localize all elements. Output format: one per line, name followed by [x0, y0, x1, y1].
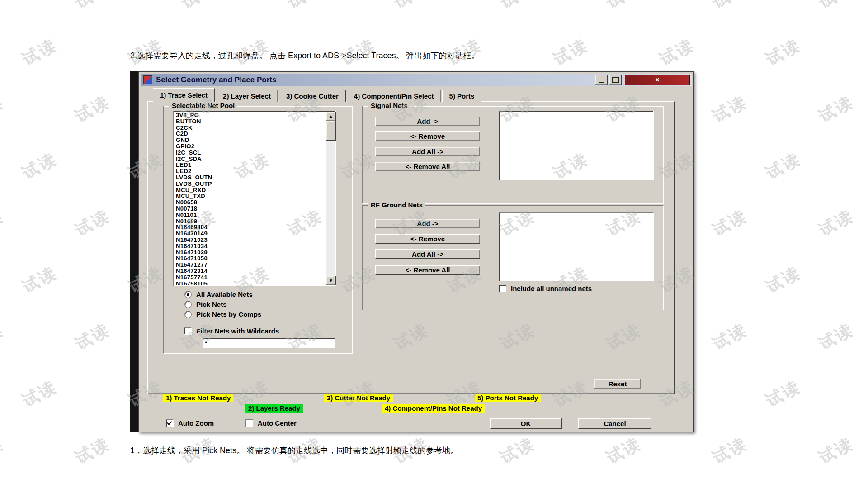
watermark-text: 试读: [0, 91, 8, 127]
watermark-text: 试读: [19, 375, 61, 412]
watermark-text: 试读: [603, 0, 645, 14]
scroll-up-button[interactable]: ▲: [326, 112, 336, 121]
net-item[interactable]: N16471050: [175, 255, 326, 262]
net-pool-scrollbar[interactable]: ▲ ▼: [326, 112, 335, 285]
wildcard-input[interactable]: [203, 338, 335, 348]
radio-label: Pick Nets by Comps: [196, 310, 261, 318]
net-item[interactable]: N00718: [175, 206, 326, 212]
status-layers: 2) Layers Ready: [245, 404, 303, 413]
net-item[interactable]: N01101: [175, 212, 326, 218]
net-item[interactable]: LVDS_OUTN: [175, 174, 326, 181]
net-pool-list[interactable]: 3V8_PGBUTTONC2CKC2DGNDGPIO2I2C_SCLI2C_SD…: [173, 111, 336, 286]
watermark-text: 试读: [19, 262, 61, 298]
net-item[interactable]: MCU_RXD: [175, 187, 326, 193]
watermark-text: 试读: [71, 0, 114, 14]
net-item[interactable]: I2C_SDA: [175, 156, 326, 162]
net-item[interactable]: N16469804: [175, 224, 326, 230]
radio-label: All Available Nets: [196, 291, 253, 298]
net-item[interactable]: N16757741: [175, 274, 326, 281]
scroll-down-button[interactable]: ▼: [326, 276, 336, 285]
minimize-icon: [599, 82, 604, 83]
rf-remove-button[interactable]: <- Remove: [375, 234, 480, 244]
intro-text: 2,选择需要导入的走线，过孔和焊盘。 点击 Export to ADS->Sel…: [130, 50, 747, 61]
close-icon: ×: [655, 76, 659, 84]
watermark-text: 试读: [71, 432, 114, 469]
checkbox-indicator: [245, 419, 253, 427]
ok-button[interactable]: OK: [490, 418, 561, 429]
signal-add-button[interactable]: Add ->: [375, 117, 480, 126]
radio-all-available-nets[interactable]: All Available Nets: [184, 291, 253, 298]
net-item[interactable]: N01689: [175, 218, 326, 225]
net-item[interactable]: N16471039: [175, 249, 326, 256]
watermark-text: 试读: [709, 91, 751, 127]
scrollbar-thumb[interactable]: [326, 121, 336, 141]
net-item[interactable]: I2C_SCL: [175, 150, 326, 156]
tab-cookie-cutter[interactable]: 3) Cookie Cutter: [279, 90, 346, 102]
watermark-text: 试读: [0, 0, 8, 14]
auto-center-checkbox[interactable]: Auto Center: [245, 419, 297, 427]
dialog-title: Select Geometry and Place Ports: [156, 75, 276, 84]
rf-ground-nets-list[interactable]: [499, 212, 654, 281]
net-item[interactable]: MCU_TXD: [175, 193, 326, 199]
minimize-button[interactable]: [595, 75, 608, 85]
net-item[interactable]: N16471023: [175, 237, 326, 243]
net-item[interactable]: N00658: [175, 199, 326, 206]
watermark-text: 试读: [815, 0, 858, 14]
watermark-text: 试读: [709, 319, 751, 355]
dialog-titlebar[interactable]: Select Geometry and Place Ports ×: [141, 74, 692, 86]
cancel-button[interactable]: Cancel: [578, 418, 651, 429]
net-item[interactable]: C2CK: [175, 125, 326, 131]
radio-label: Pick Nets: [196, 300, 227, 308]
tab-layer-select[interactable]: 2) Layer Select: [216, 90, 278, 102]
watermark-text: 试读: [762, 148, 805, 184]
tab-ports[interactable]: 5) Ports: [442, 90, 482, 102]
radio-pick-nets[interactable]: Pick Nets: [184, 300, 227, 308]
checkbox-label: Include all unnamed nets: [511, 285, 592, 292]
signal-add-all-button[interactable]: Add All ->: [375, 147, 480, 156]
signal-remove-all-button[interactable]: <- Remove All: [375, 162, 480, 171]
net-item[interactable]: N16470149: [175, 230, 326, 237]
net-item[interactable]: C2D: [175, 131, 326, 137]
close-button[interactable]: ×: [625, 75, 690, 85]
watermark-text: 试读: [19, 148, 61, 184]
watermark-text: 试读: [762, 34, 805, 70]
tab-component-pin-select[interactable]: 4) Component/Pin Select: [347, 90, 441, 102]
status-traces: 1) Traces Not Ready: [163, 394, 233, 402]
net-item[interactable]: LVDS_OUTP: [175, 181, 326, 187]
net-item[interactable]: 3V8_PG: [175, 112, 326, 118]
watermark-text: 试读: [762, 375, 805, 412]
net-item[interactable]: LED1: [175, 162, 326, 168]
filter-wildcards-checkbox[interactable]: Filter Nets with Wildcards: [184, 327, 279, 335]
net-item[interactable]: N16471277: [175, 262, 326, 268]
net-item[interactable]: GND: [175, 137, 326, 143]
document-page: 2,选择需要导入的走线，过孔和焊盘。 点击 Export to ADS->Sel…: [0, 0, 868, 488]
net-item[interactable]: LED2: [175, 168, 326, 174]
net-item[interactable]: N16472314: [175, 268, 326, 274]
net-item[interactable]: GPIO2: [175, 143, 326, 150]
rf-add-all-button[interactable]: Add All ->: [375, 249, 480, 259]
net-item[interactable]: N16471034: [175, 243, 326, 249]
signal-remove-button[interactable]: <- Remove: [375, 131, 480, 141]
background-strip: [130, 71, 138, 432]
reset-button[interactable]: Reset: [594, 379, 641, 389]
signal-nets-legend: Signal Nets: [368, 102, 410, 109]
radio-indicator: [184, 291, 192, 298]
include-unnamed-nets-checkbox[interactable]: Include all unnamed nets: [499, 285, 592, 292]
watermark-text: 试读: [0, 319, 8, 355]
watermark-text: 试读: [390, 0, 433, 14]
net-item[interactable]: N16758105: [175, 281, 326, 285]
watermark-text: 试读: [815, 205, 858, 241]
signal-nets-list[interactable]: [499, 111, 654, 180]
footer-text: 1，选择走线，采用 Pick Nets。 将需要仿真的走线选中，同时需要选择射频…: [130, 445, 772, 456]
rf-remove-all-button[interactable]: <- Remove All: [375, 265, 480, 275]
watermark-text: 试读: [0, 432, 8, 469]
rf-add-button[interactable]: Add ->: [375, 219, 480, 228]
tab-trace-select[interactable]: 1) Trace Select: [153, 88, 215, 102]
checkbox-label: Filter Nets with Wildcards: [196, 327, 279, 335]
maximize-button[interactable]: [609, 75, 622, 85]
auto-zoom-checkbox[interactable]: Auto Zoom: [166, 419, 214, 427]
net-item[interactable]: BUTTON: [175, 118, 326, 125]
dialog-window: Select Geometry and Place Ports × 1) Tra…: [138, 71, 694, 432]
tab-strip: 1) Trace Select 2) Layer Select 3) Cooki…: [153, 89, 482, 102]
radio-pick-nets-by-comps[interactable]: Pick Nets by Comps: [184, 310, 261, 318]
